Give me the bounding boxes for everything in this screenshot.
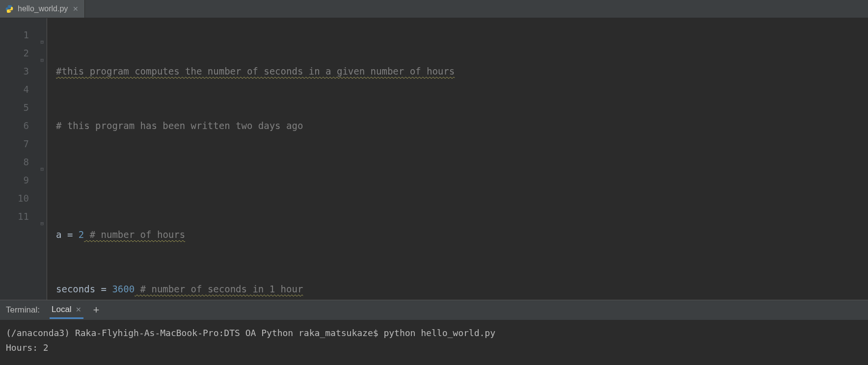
line-number: 9 bbox=[0, 171, 47, 189]
line-number: 4 bbox=[0, 80, 47, 99]
code-area[interactable]: #this program computes the number of sec… bbox=[47, 18, 868, 300]
fold-icon[interactable]: ⊟ bbox=[39, 214, 44, 219]
terminal-title: Terminal: bbox=[6, 305, 40, 315]
file-tab-label: hello_world.py bbox=[18, 4, 68, 13]
line-number: 5 bbox=[0, 99, 47, 117]
code-editor[interactable]: 1⊟ 2⊟ 3 4 5 6 7 8⊟ 9 10 11⊟ #this progra… bbox=[0, 18, 868, 300]
close-icon[interactable]: ✕ bbox=[72, 5, 80, 13]
code-line: # this program has been written two days… bbox=[56, 117, 868, 135]
close-icon[interactable]: ✕ bbox=[76, 306, 81, 313]
line-number: 3 bbox=[0, 62, 47, 80]
fold-icon[interactable]: ⊟ bbox=[39, 51, 44, 56]
code-line: #this program computes the number of sec… bbox=[56, 62, 868, 80]
line-number: 11⊟ bbox=[0, 208, 47, 226]
line-number: 8⊟ bbox=[0, 153, 47, 171]
terminal-tab[interactable]: Local ✕ bbox=[50, 302, 83, 319]
line-number: 1⊟ bbox=[0, 26, 47, 44]
line-number: 10 bbox=[0, 189, 47, 208]
code-line: a = 2 # number of hours bbox=[56, 226, 868, 244]
terminal-output[interactable]: (/anaconda3) Raka-Flyhigh-As-MacBook-Pro… bbox=[0, 320, 868, 365]
line-number: 2⊟ bbox=[0, 44, 47, 62]
terminal-line: (/anaconda3) Raka-Flyhigh-As-MacBook-Pro… bbox=[6, 328, 495, 338]
python-file-icon bbox=[5, 4, 14, 13]
terminal-panel: Terminal: Local ✕ + (/anaconda3) Raka-Fl… bbox=[0, 300, 868, 365]
line-gutter: 1⊟ 2⊟ 3 4 5 6 7 8⊟ 9 10 11⊟ bbox=[0, 18, 47, 300]
fold-icon[interactable]: ⊟ bbox=[39, 160, 44, 165]
terminal-header: Terminal: Local ✕ + bbox=[0, 300, 868, 320]
plus-icon[interactable]: + bbox=[93, 304, 100, 316]
code-line: seconds = 3600 # number of seconds in 1 … bbox=[56, 280, 868, 298]
terminal-line: Hours: 2 bbox=[6, 342, 49, 353]
tab-bar: hello_world.py ✕ bbox=[0, 0, 868, 18]
line-number: 6 bbox=[0, 117, 47, 135]
file-tab[interactable]: hello_world.py ✕ bbox=[0, 0, 85, 18]
fold-icon[interactable]: ⊟ bbox=[39, 33, 44, 38]
code-line bbox=[56, 171, 868, 189]
line-number: 7 bbox=[0, 135, 47, 153]
terminal-tab-label: Local bbox=[52, 305, 72, 314]
